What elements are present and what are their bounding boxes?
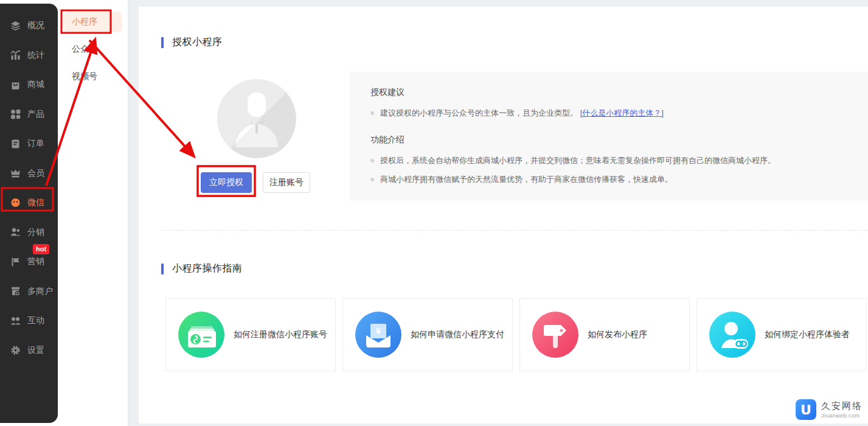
suggestion-heading: 授权建议 [370,87,847,98]
suggestion-text: 建议授权的小程序与公众号的主体一致，且为企业类型。 [380,108,578,117]
app-root: 授权小程序 立即授权 注册账号 授权建议 建议授权的小程序与公众号的主体 [0,0,868,426]
jiuanweb-logo-icon: U [796,399,816,420]
sidebar-item-orders[interactable]: 订单 [0,129,58,159]
guide-section-title: 小程序操作指南 [161,262,243,275]
marketing-icon [10,257,21,267]
register-account-icon [178,312,224,358]
bullet-dot [370,111,374,115]
bullet-dot [370,159,374,162]
guide-card-label: 如何发布小程序 [588,329,647,340]
guide-card-register[interactable]: 如何注册微信小程序账号 [165,298,336,371]
distribution-icon [10,227,21,237]
payment-icon: ¥ [355,312,401,358]
feature-bullet-2: 商城小程序拥有微信赋予的天然流量优势，有助于商家在微信传播获客，快速成单。 [370,173,847,186]
brand-domain: Jiuanweb.com [821,413,863,419]
orders-icon [10,139,21,149]
guide-card-payment[interactable]: ¥ 如何申请微信小程序支付 [342,298,513,371]
section-title-text: 小程序操作指南 [172,262,243,275]
sidebar-item-overview[interactable]: 概况 [0,11,58,41]
stats-icon [10,50,21,60]
section-accent-bar [161,37,164,48]
sidebar-item-multi-merchant[interactable]: 多商户 [0,277,58,307]
svg-text:¥: ¥ [376,326,381,336]
miniprogram-avatar-placeholder [217,79,296,158]
bind-tester-icon [709,312,755,358]
sidebar-item-settings[interactable]: 设置 [0,336,58,366]
main-card: 授权小程序 立即授权 注册账号 授权建议 建议授权的小程序与公众号的主体 [139,7,868,424]
bullet-dot [370,178,374,181]
submenu-item-official-account[interactable]: 公众号 [63,39,122,60]
guide-card-publish[interactable]: 如何发布小程序 [519,298,690,371]
products-icon [10,109,21,119]
publish-icon [532,312,578,358]
secondary-sidebar: 小程序 公众号 视频号 [58,0,128,426]
sidebar-item-interaction[interactable]: 互动 [0,306,58,336]
features-heading: 功能介绍 [370,134,847,145]
brand-name: 久安网络 [821,400,863,412]
submenu-item-miniprogram[interactable]: 小程序 [63,12,122,32]
sidebar-item-members[interactable]: 会员 [0,159,58,189]
authorize-section-title: 授权小程序 [161,36,223,49]
authorize-now-button[interactable]: 立即授权 [201,172,252,193]
settings-icon [10,345,21,355]
authorize-info-panel: 授权建议 建议授权的小程序与公众号的主体一致，且为企业类型。 [什么是小程序的主… [350,72,868,201]
guide-card-label: 如何注册微信小程序账号 [234,329,327,340]
sidebar-item-mall[interactable]: 商城 [0,70,58,100]
sidebar-item-wechat[interactable]: 微信 [0,188,58,218]
submenu-item-video-account[interactable]: 视频号 [63,66,122,87]
sidebar-item-marketing[interactable]: hot 营销 [0,247,58,277]
interaction-icon [10,316,21,326]
sidebar-item-statistics[interactable]: 统计 [0,41,58,71]
primary-sidebar: 概况 统计 商城 产品 [0,4,58,423]
mall-icon [10,80,21,90]
guide-card-label: 如何申请微信小程序支付 [411,329,504,340]
hot-badge: hot [33,244,49,254]
sidebar-item-distribution[interactable]: 分销 [0,218,58,248]
person-silhouette-icon [217,79,296,158]
layers-icon [10,21,21,31]
wechat-icon [10,198,21,208]
section-title-text: 授权小程序 [172,36,223,49]
footer-brand: U 久安网络 Jiuanweb.com [796,399,863,420]
sidebar-item-products[interactable]: 产品 [0,100,58,130]
feature-bullet-1: 授权后，系统会自动帮你生成商城小程序，并提交到微信；意味着无需复杂操作即可拥有自… [370,155,847,167]
dashed-divider [161,230,868,231]
multi-merchant-icon [10,286,21,296]
members-icon [10,168,21,178]
guide-card-label: 如何绑定小程序体验者 [765,329,850,340]
guide-card-bind-tester[interactable]: 如何绑定小程序体验者 [696,298,867,371]
section-accent-bar [161,264,164,274]
guide-card-row: 如何注册微信小程序账号 ¥ 如何申请微信小程序支付 [165,298,868,371]
register-account-button[interactable]: 注册账号 [263,172,310,193]
what-is-subject-link[interactable]: [什么是小程序的主体？] [580,108,664,117]
suggestion-bullet: 建议授权的小程序与公众号的主体一致，且为企业类型。 [什么是小程序的主体？] [370,107,847,119]
